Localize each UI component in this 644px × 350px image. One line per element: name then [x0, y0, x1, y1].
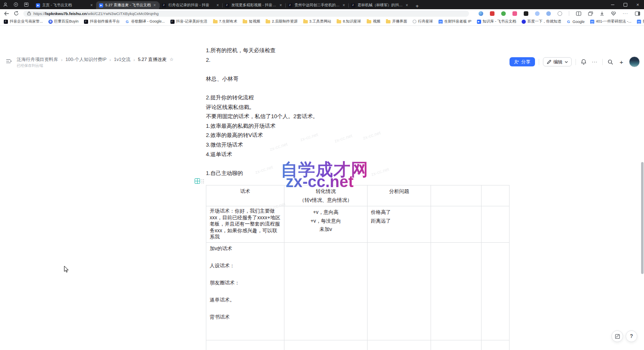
bookmark-item[interactable]: 行舟星球: [413, 19, 433, 24]
bookmark-folder[interactable]: 短视频: [243, 19, 260, 24]
tab-feishu-home[interactable]: 主页 - 飞书云文档 ×: [33, 1, 96, 9]
extension-icon[interactable]: [512, 11, 517, 16]
bookmark-folder[interactable]: 开播界面: [386, 19, 407, 24]
feedback-button[interactable]: [611, 330, 623, 342]
tab-close-icon[interactable]: ×: [405, 3, 408, 8]
table-cell[interactable]: [482, 206, 510, 243]
bookmark-item[interactable]: 抖音创作服务平台: [84, 19, 120, 24]
table-cell[interactable]: [284, 340, 368, 350]
notifications-bell-icon[interactable]: [580, 58, 587, 66]
split-screen-icon[interactable]: [576, 11, 581, 16]
bookmark-item[interactable]: 抖音-记录美好生活: [170, 19, 208, 24]
new-tab-button[interactable]: +: [411, 3, 423, 9]
table-cell[interactable]: 开场话术：你好，我们主要做xxx，目前已经服务了xxxx+地区老板，并且还有一整…: [206, 206, 284, 243]
sidebar-panel-icon[interactable]: [635, 11, 640, 16]
sidebar-toggle-icon[interactable]: [6, 58, 12, 64]
table-cell[interactable]: [368, 340, 431, 350]
table-cell[interactable]: [431, 340, 482, 350]
more-menu-icon[interactable]: ···: [623, 11, 628, 16]
doc-paragraph[interactable]: [206, 84, 509, 93]
site-info-lock-icon[interactable]: [27, 11, 31, 15]
table-header-cell[interactable]: 分析问题: [368, 185, 431, 206]
table-header-cell[interactable]: 话术: [206, 185, 284, 206]
tab-douyin-machinery[interactable]: 君林机械（林楼军）的抖音 - 抖... ×: [348, 1, 411, 9]
table-cell[interactable]: 价格高了 距离远了: [368, 206, 431, 243]
doc-paragraph[interactable]: 2.效率的最高的转V话术: [206, 131, 509, 140]
tab-close-icon[interactable]: ×: [216, 3, 219, 8]
more-actions-icon[interactable]: ···: [591, 58, 598, 66]
back-icon[interactable]: [4, 11, 9, 16]
table-cell[interactable]: 加v的话术 人设话术： 朋友圈话术： 逼单话术。 背书话术: [206, 242, 284, 340]
close-button[interactable]: ×: [631, 0, 644, 9]
tab-close-icon[interactable]: ×: [279, 3, 282, 8]
url-bar[interactable]: https://lspknkwu7b.feishu.cn/wiki/CZ1YwN…: [23, 10, 469, 17]
extension-icon[interactable]: [490, 11, 494, 16]
tab-close-icon[interactable]: ×: [90, 3, 93, 8]
table-cell[interactable]: +v，意向高 +v，每没意向 未加v: [284, 206, 368, 243]
downloads-icon[interactable]: [600, 11, 604, 16]
bookmark-folder[interactable]: 2.后期制作资源: [266, 19, 298, 24]
table-header-cell[interactable]: [482, 185, 510, 206]
doc-paragraph[interactable]: 1.效率最高的私戳的开场话术: [206, 122, 509, 131]
table-cell[interactable]: [368, 242, 431, 340]
drag-handle-icon[interactable]: [201, 179, 204, 183]
doc-paragraph[interactable]: 4.逼单话术: [206, 150, 509, 160]
tab-doc-527-live[interactable]: 5.27 直播连麦 - 飞书云文档 ×: [96, 1, 159, 9]
doc-paragraph[interactable]: 2.提升你的转化流程: [206, 93, 509, 103]
tab-close-icon[interactable]: ×: [153, 3, 156, 8]
breadcrumb-item[interactable]: 泛海行舟项目资料库: [17, 56, 58, 63]
extension-icon[interactable]: [558, 11, 562, 16]
profile-icon[interactable]: [3, 2, 8, 8]
breadcrumb-item[interactable]: 100-个人知识付费IP: [66, 56, 106, 63]
table-cell[interactable]: [482, 340, 510, 350]
extension-icon[interactable]: [546, 11, 551, 16]
bookmark-item[interactable]: 生财抖音老板 IP: [439, 19, 472, 24]
tab-douyin-search[interactable]: 发现更多精彩视频 - 抖音搜索 ×: [222, 1, 285, 9]
search-icon[interactable]: [606, 58, 614, 66]
extension-icon[interactable]: [535, 11, 540, 16]
bookmark-folder[interactable]: 3.工具类网站: [303, 19, 332, 24]
bookmark-folder[interactable]: 8.知识星球: [337, 19, 361, 24]
extension-icon[interactable]: [524, 11, 528, 16]
table-cell[interactable]: [431, 206, 482, 243]
breadcrumb-item[interactable]: 1v1交流: [114, 56, 131, 63]
bookmark-folder[interactable]: 视频: [367, 19, 380, 24]
table-grid-icon[interactable]: [195, 178, 200, 184]
tab-douyin-excavator[interactable]: 贵州中达同创二手挖机的抖音 - ... ×: [285, 1, 348, 9]
share-button[interactable]: 分享: [510, 57, 535, 66]
refresh-icon[interactable]: [14, 11, 19, 16]
doc-paragraph[interactable]: 1.所有的挖机，每天必须检查: [206, 46, 509, 56]
doc-paragraph[interactable]: 2.: [206, 56, 509, 65]
table-header-cell[interactable]: [431, 185, 482, 206]
minimize-button[interactable]: [606, 0, 619, 9]
tab-close-icon[interactable]: ×: [342, 3, 345, 8]
table-cell[interactable]: [206, 340, 284, 350]
browser-essentials-icon[interactable]: [611, 11, 616, 16]
tab-douyin-profile[interactable]: 行舟在记录的抖音 - 抖音 ×: [159, 1, 222, 9]
table-cell[interactable]: [284, 242, 368, 340]
doc-paragraph[interactable]: 林总、小林哥: [206, 74, 509, 84]
table-cell[interactable]: [482, 242, 510, 340]
doc-paragraph[interactable]: [206, 65, 509, 74]
table-cell[interactable]: [431, 242, 482, 340]
help-button[interactable]: ?: [626, 330, 637, 342]
extension-icon[interactable]: [501, 11, 506, 16]
bookmark-item[interactable]: 知识库 - 飞书云文档: [477, 19, 516, 24]
bookmark-item[interactable]: 401-一些零碎想法 -...: [590, 19, 631, 24]
create-new-icon[interactable]: +: [618, 58, 625, 66]
doc-paragraph[interactable]: 3.微信开场话术: [206, 140, 509, 150]
vertical-scrollbar-thumb[interactable]: [641, 162, 644, 274]
bookmark-item[interactable]: 巨量百应Buyin: [48, 19, 79, 24]
bookmark-item[interactable]: 百度一下，你就知道: [522, 19, 561, 24]
extension-icon[interactable]: [479, 11, 483, 16]
avatar[interactable]: [629, 56, 640, 67]
maximize-button[interactable]: [619, 0, 631, 9]
bookmark-folder[interactable]: 7.生财有术: [213, 19, 238, 24]
bookmark-item[interactable]: Google: [567, 20, 585, 24]
favorites-icon[interactable]: [588, 11, 593, 16]
doc-paragraph[interactable]: 不要用固定的话术，私信了10个人。2套话术。: [206, 112, 509, 122]
doc-paragraph[interactable]: 评论区线索私信戳。: [206, 103, 509, 112]
bookmark-item[interactable]: 谷歌翻译 - Google...: [125, 19, 165, 24]
favorite-star-icon[interactable]: ☆: [170, 57, 174, 62]
workspaces-icon[interactable]: [13, 2, 18, 8]
